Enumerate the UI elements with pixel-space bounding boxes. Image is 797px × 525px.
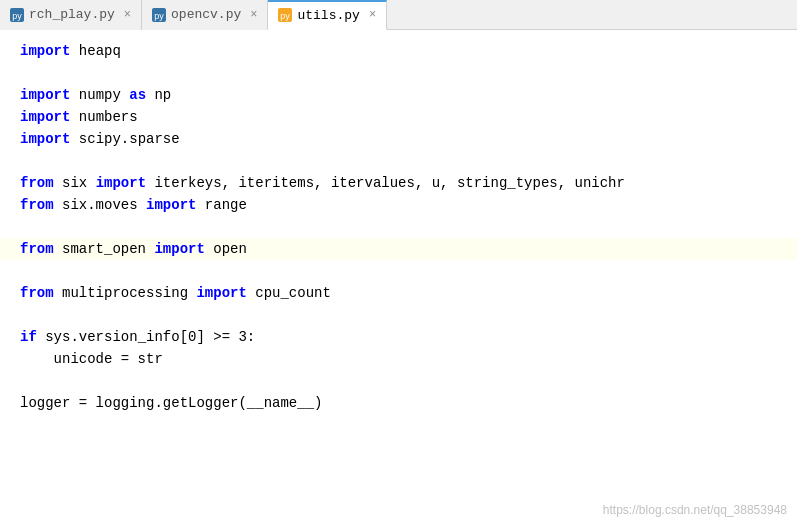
code-line-empty bbox=[0, 260, 797, 282]
code-line: unicode = str bbox=[0, 348, 797, 370]
code-line: logger = logging.getLogger(__name__) bbox=[0, 392, 797, 414]
keyword: import bbox=[20, 84, 70, 106]
watermark: https://blog.csdn.net/qq_38853948 bbox=[603, 503, 787, 517]
code-line: from six import iterkeys, iteritems, ite… bbox=[0, 172, 797, 194]
code-container: import heapq import numpy as np import n… bbox=[0, 30, 797, 525]
svg-text:py: py bbox=[12, 11, 22, 21]
keyword: import bbox=[20, 106, 70, 128]
tab-rch-play[interactable]: py rch_play.py × bbox=[0, 0, 142, 30]
code-line: import numpy as np bbox=[0, 84, 797, 106]
py-icon: py bbox=[10, 8, 24, 22]
tab-opencv[interactable]: py opencv.py × bbox=[142, 0, 268, 30]
code-line-empty bbox=[0, 150, 797, 172]
code-line-empty bbox=[0, 62, 797, 84]
keyword: import bbox=[154, 238, 204, 260]
code-line-empty bbox=[0, 370, 797, 392]
tab-bar: py rch_play.py × py opencv.py × py utils… bbox=[0, 0, 797, 30]
tab-label: rch_play.py bbox=[29, 7, 115, 22]
keyword: import bbox=[196, 282, 246, 304]
code-line: import numbers bbox=[0, 106, 797, 128]
tab-utils[interactable]: py utils.py × bbox=[268, 0, 387, 30]
tab-close-icon[interactable]: × bbox=[369, 8, 376, 22]
code-line: import heapq bbox=[0, 40, 797, 62]
keyword: import bbox=[20, 40, 70, 62]
keyword: from bbox=[20, 238, 54, 260]
keyword: import bbox=[20, 128, 70, 150]
keyword: import bbox=[96, 172, 146, 194]
keyword: as bbox=[129, 84, 146, 106]
tab-label: opencv.py bbox=[171, 7, 241, 22]
code-line: from multiprocessing import cpu_count bbox=[0, 282, 797, 304]
keyword: from bbox=[20, 172, 54, 194]
code-line: import scipy.sparse bbox=[0, 128, 797, 150]
code-line: if sys.version_info[0] >= 3: bbox=[0, 326, 797, 348]
svg-text:py: py bbox=[281, 11, 291, 21]
tab-label: utils.py bbox=[297, 8, 359, 23]
py-icon-active: py bbox=[278, 8, 292, 22]
keyword: if bbox=[20, 326, 37, 348]
code-line-empty bbox=[0, 304, 797, 326]
tab-close-icon[interactable]: × bbox=[124, 8, 131, 22]
keyword: from bbox=[20, 194, 54, 216]
code-line-highlighted: from smart_open import open bbox=[0, 238, 797, 260]
code-line: from six.moves import range bbox=[0, 194, 797, 216]
py-icon: py bbox=[152, 8, 166, 22]
keyword: from bbox=[20, 282, 54, 304]
keyword: import bbox=[146, 194, 196, 216]
code-line-empty bbox=[0, 216, 797, 238]
tab-close-icon[interactable]: × bbox=[250, 8, 257, 22]
svg-text:py: py bbox=[154, 11, 164, 21]
